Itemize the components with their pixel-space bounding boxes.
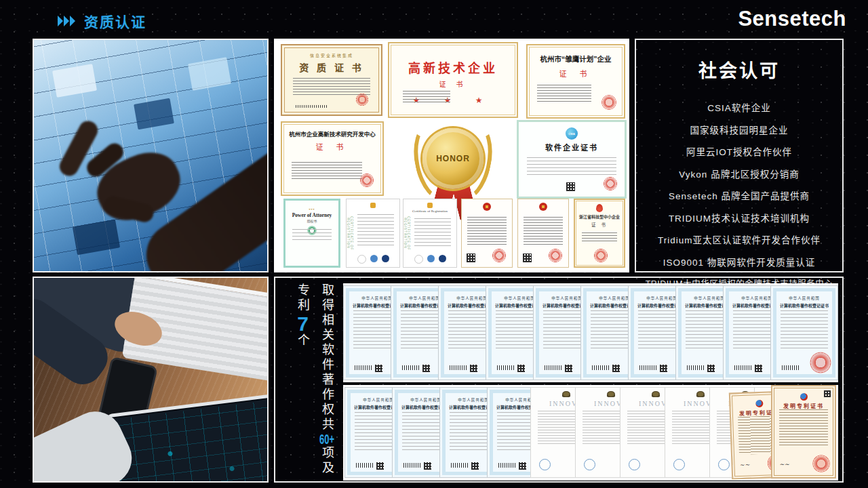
red-seal — [359, 173, 374, 188]
barcode — [403, 463, 421, 468]
certificate-subtitle: 证 书 — [575, 221, 624, 228]
workspace-desk-photo — [33, 277, 269, 483]
barcode — [402, 365, 420, 370]
qr-code — [517, 365, 525, 372]
text-lines — [292, 162, 362, 181]
recognition-item: Sensetech 品牌全国产品提供商 — [636, 188, 842, 202]
text-lines — [357, 214, 394, 248]
license-certificate — [461, 199, 513, 268]
vertical-side-text: CERTIFICATE OF REGISTRATION — [404, 202, 410, 264]
social-recognition-panel: 社会认可 CSIA软件企业 国家级科技园明星企业 阿里云IOT授权合作伙伴 Vy… — [635, 39, 844, 272]
signature-graphic: ~~ — [779, 461, 789, 468]
certificate-title: Certificate of Registration — [403, 209, 456, 213]
patents-panel: 取得相关软件著作权共60+项及 专利7个 中华人民共和国 计算机软件著作权登记证… — [274, 277, 844, 483]
certificate-title: 杭州市企业高新技术研究开发中心 — [282, 129, 382, 138]
text-lines — [537, 85, 591, 102]
barcode — [687, 365, 705, 370]
chevrons-icon — [57, 15, 77, 27]
medal-label: HONOR — [436, 154, 470, 163]
certificate-subtitle: 授权书 — [285, 218, 338, 223]
invention-certificates-group: 发明专利证书 ~~ 发明专利证书 ~~ — [730, 385, 836, 479]
copyright-certificates-group: 中华人民共和国 计算机软件著作权登记证书 中华人民共和国 计算机软件著作权登记证… — [344, 387, 555, 478]
gold-emblem — [370, 203, 376, 208]
qr-code — [471, 462, 479, 470]
zhejiang-sme-certificate: 浙江省科技型中小企业 证 书 — [574, 199, 625, 268]
text-lines — [781, 310, 828, 350]
patent-count: 7 — [292, 313, 314, 333]
recognition-item: Vykon 品牌北区授权分销商 — [636, 167, 842, 180]
certificates-panel: 信息安全系统集成 资 质 证 书 高新技术企业 证 书 ★ ★ ★ 杭州市“雏鹰… — [274, 39, 629, 272]
certificate-microheader: ▾▾▾ — [285, 207, 338, 211]
blue-seal — [718, 459, 730, 470]
qr-code — [707, 365, 715, 372]
property-certificate — [517, 199, 569, 268]
barcode — [639, 365, 657, 370]
certificate-title: 高新技术企业 — [389, 58, 517, 76]
barcode — [497, 365, 515, 370]
barcode — [451, 463, 469, 468]
qr-code — [424, 462, 431, 470]
blue-seal — [584, 459, 595, 470]
recognition-item: TRIDIUM技术认证技术培训机构 — [636, 211, 842, 224]
qr-code — [755, 365, 762, 372]
text-lines — [467, 217, 507, 245]
quality-certificate: 信息安全系统集成 资 质 证 书 — [281, 44, 382, 116]
software-copyright-certificate: 中华人民共和国 计算机软件著作权登记证书 — [770, 285, 838, 380]
coat-of-arms — [607, 391, 615, 397]
certificate-subtitle: 证 书 — [528, 68, 624, 79]
eaglet-plan-certificate: 杭州市“雏鹰计划”企业 证 书 — [526, 44, 625, 119]
recognition-item: ISO9001 物联网软件开发质量认证 — [636, 255, 842, 268]
certificate-title: 杭州市“雏鹰计划”企业 — [528, 54, 624, 64]
recognition-item: 阿里云IOT授权合作伙伴 — [636, 144, 842, 158]
certificate-subtitle: 计算机软件著作权登记证书 — [771, 302, 837, 308]
qr-code — [470, 365, 477, 372]
barcode — [450, 365, 467, 370]
text-lines — [414, 218, 451, 248]
cnipa-logo — [800, 393, 808, 401]
recognition-item: Tridium亚太区认证软件开发合作伙伴 — [636, 232, 842, 246]
blue-seal — [673, 459, 685, 470]
barcode — [356, 463, 374, 468]
certificate-subtitle: 证 书 — [282, 141, 382, 152]
statement-text: 项及 — [320, 446, 334, 476]
copyright-count: 60+ — [319, 432, 334, 446]
qr-code — [660, 365, 667, 372]
certificate-title: 中华人民共和国 — [771, 296, 837, 301]
barcode — [498, 463, 516, 468]
red-seal — [593, 248, 608, 263]
gold-emblem — [427, 203, 433, 208]
red-seal — [492, 248, 507, 263]
software-enterprise-certificate: CSIA 软件企业证书 — [517, 120, 627, 199]
qr-code — [376, 462, 384, 470]
invention-patent-certificate: 发明专利证书 ~~ — [771, 385, 836, 479]
national-emblem — [483, 203, 491, 211]
touchscreen-wall-photo — [33, 39, 269, 272]
qr-code — [565, 365, 572, 372]
statement-text: 个 — [296, 333, 309, 348]
qr-code — [566, 182, 575, 191]
signature-graphic: ~~ — [739, 462, 749, 469]
blue-seal — [539, 459, 551, 470]
blue-seal — [629, 459, 640, 470]
flame-logo — [596, 204, 603, 212]
coat-of-arms — [696, 391, 705, 397]
power-of-attorney-certificate: ▾▾▾ Power of Attorney 授权书 — [283, 199, 340, 268]
certificate-title: 软件企业证书 — [519, 142, 625, 152]
qr-code — [519, 462, 526, 470]
barcode — [734, 365, 752, 370]
text-lines — [527, 157, 616, 178]
certificate-title: 发明专利证书 — [772, 402, 835, 409]
company-logo: Sensetech — [738, 7, 846, 31]
certificate-title: 浙江省科技型中小企业 — [575, 214, 624, 220]
certificate-title: Power of Attorney — [285, 212, 338, 218]
registration-certificate-en: CERTIFICATE OF REGISTRATION Certificate … — [403, 199, 457, 268]
medal-coin: HONOR — [422, 128, 484, 189]
qr-code — [467, 253, 475, 262]
red-seal — [548, 248, 563, 263]
section-header: 资质认证 — [57, 11, 146, 31]
seal-row — [357, 255, 389, 264]
certificate-subtitle: 证 书 — [389, 79, 517, 89]
seal-row — [414, 255, 446, 264]
text-lines — [296, 105, 327, 108]
recognition-item: 国家级科技园明星企业 — [636, 123, 842, 136]
